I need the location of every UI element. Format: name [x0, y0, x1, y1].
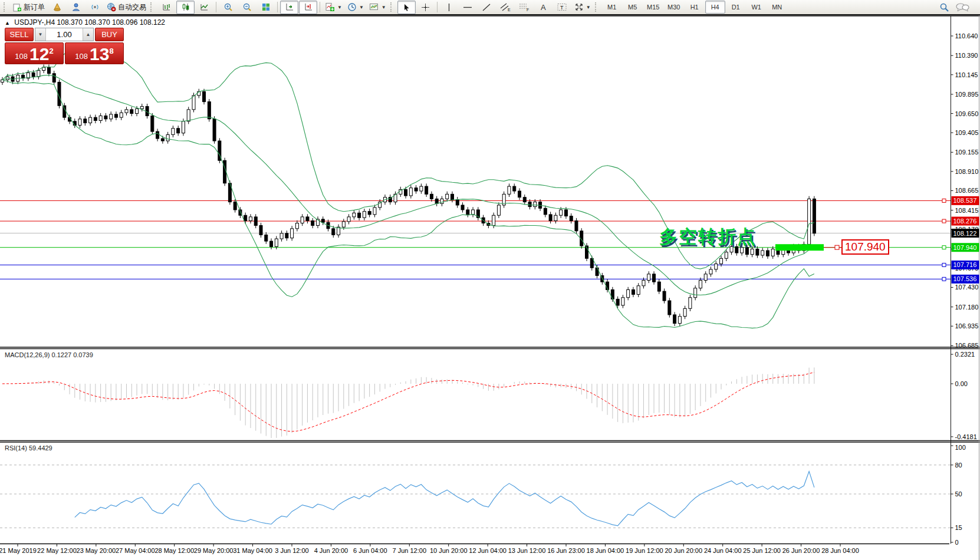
volume-input[interactable]: [46, 28, 83, 41]
symbol-period-label: USDJPY-,H4: [14, 18, 55, 27]
new-order-label: 新订单: [24, 2, 45, 12]
candlestick-chart-icon: [181, 2, 190, 12]
text-label-button[interactable]: T: [553, 1, 571, 14]
timeframe-button-w1[interactable]: W1: [746, 1, 767, 14]
bar-chart-button[interactable]: [157, 1, 176, 14]
auto-scroll-icon: [285, 2, 294, 12]
toolbar-separator: [437, 2, 438, 12]
trendline-icon: [482, 3, 491, 12]
toolbar-grip: [595, 2, 599, 12]
toolbar-separator: [216, 2, 216, 12]
chart-canvas[interactable]: 110.640110.390110.145109.895109.650109.4…: [0, 0, 980, 560]
chart-shift-button[interactable]: [299, 1, 317, 14]
timeframe-button-m1[interactable]: M1: [602, 1, 622, 14]
fibonacci-icon: F: [519, 2, 530, 12]
time-axis[interactable]: [0, 544, 949, 560]
dropdown-caret: ▼: [337, 5, 342, 10]
bollinger-bands: [2, 48, 814, 328]
text-button[interactable]: A: [534, 1, 553, 14]
vertical-line-button[interactable]: [440, 1, 458, 14]
one-click-trading-panel: SELL ▼ ▲ BUY 108 12 2 108 13 8: [5, 28, 124, 64]
timeframe-button-d1[interactable]: D1: [726, 1, 746, 14]
gold-cone-icon: [52, 2, 62, 12]
autotrade-globe-icon: [107, 2, 116, 12]
buy-price-big: 13: [90, 46, 109, 62]
svg-text:E: E: [508, 8, 511, 12]
horizontal-line-icon: [463, 3, 472, 12]
zoom-out-icon: [242, 2, 252, 12]
price-axis[interactable]: [951, 17, 979, 543]
symbol-info-line: ▲ USDJPY-,H4 108.370 108.370 108.096 108…: [5, 18, 165, 27]
vertical-line-icon: [445, 3, 453, 12]
timeframe-bar: M1M5M15M30H1H4D1W1MN: [602, 1, 787, 14]
line-chart-button[interactable]: [195, 1, 213, 14]
buy-price-sup: 8: [109, 47, 113, 55]
channel-icon: E: [500, 2, 511, 12]
tile-windows-button[interactable]: [256, 1, 275, 14]
toolbar-grip: [150, 2, 154, 12]
callout-anchor-square: [835, 245, 839, 249]
community-button[interactable]: [67, 1, 85, 14]
sell-button[interactable]: SELL: [5, 28, 34, 41]
sell-price-sup: 2: [49, 47, 53, 55]
fibonacci-button[interactable]: F: [515, 1, 534, 14]
timeframe-button-m15[interactable]: M15: [643, 1, 663, 14]
toolbar: 新订单 自动交易 ▼ ▼: [0, 0, 980, 15]
timeframe-button-mn[interactable]: MN: [767, 1, 787, 14]
rsi-line: [75, 472, 814, 526]
toolbar-separator: [320, 2, 320, 12]
horizontal-line-button[interactable]: [459, 1, 477, 14]
chart-annotation-text: 多空转折点: [659, 225, 757, 249]
timeframe-button-h1[interactable]: H1: [685, 1, 705, 14]
search-icon[interactable]: [939, 2, 949, 12]
crosshair-button[interactable]: [416, 1, 435, 14]
line-chart-icon: [200, 2, 209, 12]
timeframe-button-h4[interactable]: H4: [705, 1, 725, 14]
toolbar-grip: [390, 2, 394, 12]
buy-price-tile[interactable]: 108 13 8: [65, 42, 124, 64]
dropdown-caret: ▼: [382, 5, 386, 10]
equidistant-channel-button[interactable]: E: [496, 1, 515, 14]
arrows-button[interactable]: ▼: [572, 1, 593, 14]
macd-layer: [2, 367, 814, 438]
macd-indicator-label: MACD(12,26,9) 0.1227 0.0739: [5, 351, 93, 358]
volume-control: ▼ ▲: [35, 28, 94, 41]
sell-price-tile[interactable]: 108 12 2: [5, 42, 64, 64]
ohlc-values: 108.370 108.370 108.096 108.122: [57, 18, 166, 27]
auto-scroll-button[interactable]: [280, 1, 298, 14]
buy-button[interactable]: BUY: [95, 28, 124, 41]
metaquotes-button[interactable]: [48, 1, 66, 14]
autotrade-button[interactable]: 自动交易: [104, 1, 149, 14]
community-person-icon: [71, 2, 81, 12]
zoom-in-button[interactable]: [219, 1, 237, 14]
timeframe-button-m30[interactable]: M30: [664, 1, 684, 14]
periods-button[interactable]: ▼: [345, 1, 366, 14]
highlight-rectangle: [775, 244, 824, 251]
price-callout-label: 107.940: [841, 239, 889, 255]
timeframe-button-m5[interactable]: M5: [623, 1, 643, 14]
trendline-button[interactable]: [478, 1, 496, 14]
sell-price-big: 12: [29, 46, 49, 62]
crosshair-icon: [421, 3, 430, 12]
candles-layer: [1, 64, 816, 326]
candlestick-chart-button[interactable]: [176, 1, 195, 14]
collapse-triangle-icon[interactable]: ▲: [5, 20, 10, 26]
new-order-button[interactable]: 新订单: [11, 1, 47, 14]
template-chart-icon: [369, 2, 379, 12]
volume-decrease-button[interactable]: ▼: [35, 28, 46, 41]
zoom-out-button[interactable]: [238, 1, 256, 14]
templates-button[interactable]: ▼: [367, 1, 389, 14]
text-tool-glyph: A: [541, 3, 546, 12]
indicators-button[interactable]: ▼: [323, 1, 344, 14]
svg-text:F: F: [527, 8, 529, 12]
autotrade-label: 自动交易: [118, 2, 146, 12]
cursor-button[interactable]: [397, 1, 416, 14]
new-order-icon: [13, 3, 22, 12]
volume-increase-button[interactable]: ▲: [83, 28, 93, 41]
cursor-arrow-icon: [402, 3, 411, 12]
chat-icon[interactable]: [955, 2, 969, 12]
signals-button[interactable]: [85, 1, 104, 14]
clock-icon: [347, 2, 357, 12]
toolbar-grip: [4, 2, 8, 12]
indicators-icon: [325, 2, 335, 12]
